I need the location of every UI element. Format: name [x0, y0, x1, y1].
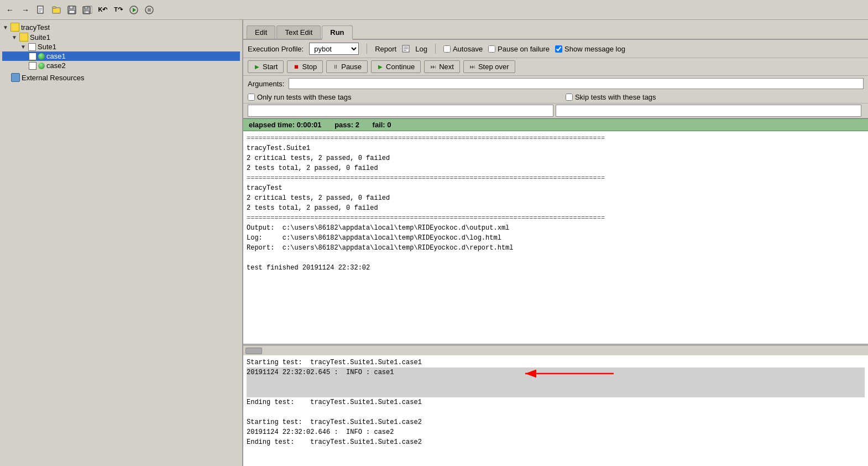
svg-rect-16 [148, 8, 151, 12]
log-area[interactable]: Starting test: tracyTest.Suite1.Sute1.ca… [243, 355, 868, 466]
output-line: ========================================… [247, 213, 865, 223]
output-line-blank [247, 253, 865, 263]
log-line: 20191124 22:32:02.646 : INFO : case2 [247, 427, 865, 437]
skip-tags-input[interactable] [556, 105, 861, 117]
save-all-button[interactable] [81, 3, 94, 17]
file-icon-Sute1 [28, 43, 36, 51]
next-icon: ⏭ [430, 64, 437, 70]
undo-button[interactable]: K↶ [96, 3, 109, 17]
status-dot-case1 [38, 53, 45, 60]
redo-button[interactable]: T↷ [112, 3, 125, 17]
log-link[interactable]: Log [415, 45, 427, 53]
separator [367, 44, 367, 54]
args-row: Arguments: [243, 76, 868, 91]
button-row: ▶ Start ⏹ Stop ⏸ Pause ▶ Continue ⏭ Ne [243, 58, 868, 76]
tree-item-Suite1[interactable]: ▼ Suite1 [2, 32, 240, 42]
log-line: Starting test: tracyTest.Suite1.Sute1.ca… [247, 358, 865, 367]
stop-button[interactable]: ⏹ Stop [287, 60, 323, 73]
output-line: tracyTest [247, 183, 865, 193]
separator2 [435, 44, 436, 54]
expander-Sute1[interactable]: ▼ [20, 44, 27, 50]
tags-row: Only run tests with these tags Skip test… [243, 91, 868, 103]
svg-rect-7 [70, 6, 73, 9]
execution-profile-dropdown[interactable]: pybot [309, 43, 359, 55]
pause-icon: ⏸ [332, 64, 339, 70]
output-line: 2 critical tests, 2 passed, 0 failed [247, 153, 865, 163]
log-line-highlighted: 20191124 22:32:02.645 : INFO : case1 [247, 367, 865, 397]
log-line: Ending test: tracyTest.Suite1.Sute1.case… [247, 437, 865, 447]
run-button[interactable] [127, 3, 140, 17]
stop-run-button[interactable] [143, 3, 156, 17]
checkbox-case1[interactable] [29, 53, 36, 60]
output-hscroll[interactable] [243, 345, 868, 355]
label-Suite1: Suite1 [30, 33, 50, 42]
report-link[interactable]: Report [375, 45, 396, 53]
checkbox-case2[interactable] [29, 62, 36, 70]
hscroll-thumb[interactable] [245, 348, 262, 354]
log-line-blank [247, 407, 865, 417]
tab-bar: Edit Text Edit Run [243, 20, 868, 40]
output-line: 2 critical tests, 2 passed, 0 failed [247, 193, 865, 203]
label-case2: case2 [46, 61, 66, 70]
svg-rect-5 [53, 7, 56, 8]
tree-item-case2[interactable]: case2 [2, 61, 240, 70]
pause-button[interactable]: ⏸ Pause [326, 60, 368, 73]
arguments-input[interactable] [289, 78, 864, 89]
folder-icon-Suite1 [19, 33, 28, 42]
show-message-log-checkbox[interactable] [555, 45, 562, 53]
tab-text-edit[interactable]: Text Edit [276, 25, 321, 39]
next-button[interactable]: ⏭ Next [424, 60, 460, 73]
only-run-tags-input[interactable] [248, 105, 553, 117]
status-dot-case2 [38, 63, 45, 69]
output-line-finished: test finished 20191124 22:32:02 [247, 263, 865, 273]
show-message-log-label: Show message log [555, 45, 625, 53]
autosave-checkbox[interactable] [443, 45, 451, 53]
log-line: Starting test: tracyTest.Suite1.Sute1.ca… [247, 417, 865, 427]
toolbar: ← → K↶ T↷ [0, 0, 868, 20]
skip-tags-checkbox[interactable] [566, 94, 573, 101]
step-over-button[interactable]: ⏭ Step over [463, 60, 515, 73]
skip-tags-label: Skip tests with these tags [566, 93, 656, 101]
expander-Suite1[interactable]: ▼ [11, 34, 18, 40]
tree-item-Sute1[interactable]: ▼ Sute1 [2, 42, 240, 51]
tab-edit[interactable]: Edit [247, 25, 275, 39]
output-line-output: Output: c:\users\86182\appdata\local\tem… [247, 223, 865, 233]
expander-tracyTest[interactable]: ▼ [2, 24, 9, 30]
open-button[interactable] [50, 3, 63, 17]
fail-count: fail: 0 [373, 121, 391, 129]
output-line: tracyTest.Suite1 [247, 143, 865, 153]
controls-row: Execution Profile: pybot Report Log Auto… [243, 40, 868, 58]
arguments-label: Arguments: [248, 80, 284, 88]
run-panel: Execution Profile: pybot Report Log Auto… [243, 40, 868, 466]
back-button[interactable]: ← [3, 3, 17, 17]
continue-icon: ▶ [377, 64, 384, 70]
label-external-resources: External Resources [22, 74, 84, 82]
svg-rect-11 [84, 11, 89, 13]
save-button[interactable] [65, 3, 79, 17]
continue-button[interactable]: ▶ Continue [371, 60, 421, 73]
tab-run[interactable]: Run [322, 25, 352, 40]
execution-profile-label: Execution Profile: [248, 45, 304, 53]
step-over-icon: ⏭ [469, 64, 476, 70]
forward-button[interactable]: → [19, 3, 32, 17]
pause-on-failure-label: Pause on failure [488, 45, 550, 53]
tree-item-tracyTest[interactable]: ▼ tracyTest [2, 22, 240, 32]
autosave-label: Autosave [443, 45, 483, 53]
pause-on-failure-checkbox[interactable] [488, 45, 495, 53]
new-button[interactable] [34, 3, 48, 17]
start-button[interactable]: ▶ Start [248, 60, 284, 73]
only-run-tags-checkbox[interactable] [248, 94, 255, 101]
report-icon [402, 45, 410, 53]
svg-rect-8 [69, 11, 75, 13]
stop-icon: ⏹ [293, 64, 300, 70]
log-line: Ending test: tracyTest.Suite1.Sute1.case… [247, 397, 865, 407]
tree-item-external-resources[interactable]: External Resources [2, 73, 240, 82]
tree-item-case1[interactable]: case1 [2, 51, 240, 61]
status-bar: elapsed time: 0:00:01 pass: 2 fail: 0 [243, 118, 868, 131]
pass-count: pass: 2 [334, 121, 359, 129]
only-run-tags-label: Only run tests with these tags [248, 93, 352, 101]
label-Sute1: Sute1 [38, 43, 56, 51]
start-icon: ▶ [254, 64, 260, 70]
output-area[interactable]: ========================================… [243, 131, 868, 345]
right-panel: Edit Text Edit Run Execution Profile: py… [243, 20, 868, 466]
